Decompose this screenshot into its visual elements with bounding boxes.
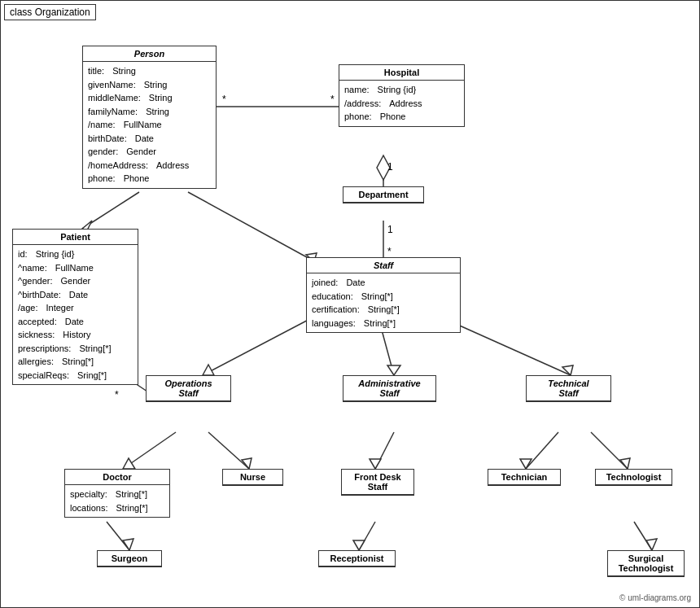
front-desk-staff-class: Front DeskStaff xyxy=(341,469,414,496)
svg-marker-19 xyxy=(562,365,573,375)
svg-line-32 xyxy=(359,522,375,550)
receptionist-class: Receptionist xyxy=(318,550,396,567)
copyright: © uml-diagrams.org xyxy=(619,593,691,602)
svg-text:1: 1 xyxy=(387,224,393,235)
svg-line-20 xyxy=(123,432,176,469)
svg-marker-25 xyxy=(370,459,381,469)
doctor-header: Doctor xyxy=(65,470,169,485)
svg-line-10 xyxy=(82,192,139,229)
svg-line-28 xyxy=(591,432,628,469)
svg-line-26 xyxy=(526,432,558,469)
nurse-class: Nurse xyxy=(222,469,283,486)
svg-line-12 xyxy=(188,192,314,261)
patient-class: Patient id:String {id} ^name:FullName ^g… xyxy=(12,229,138,385)
technical-staff-header: TechnicalStaff xyxy=(527,376,610,401)
surgical-technologist-header: SurgicalTechnologist xyxy=(608,551,684,576)
administrative-staff-class: AdministrativeStaff xyxy=(343,375,436,402)
svg-line-24 xyxy=(375,432,394,469)
svg-line-34 xyxy=(634,522,652,550)
svg-text:*: * xyxy=(387,246,392,257)
technologist-header: Technologist xyxy=(596,470,672,485)
patient-body: id:String {id} ^name:FullName ^gender:Ge… xyxy=(13,245,138,384)
patient-header: Patient xyxy=(13,230,138,245)
operations-staff-header: OperationsStaff xyxy=(147,376,230,401)
surgeon-class: Surgeon xyxy=(97,550,162,567)
person-class: Person title:String givenName:String mid… xyxy=(82,46,217,189)
svg-text:*: * xyxy=(222,94,226,105)
svg-marker-15 xyxy=(203,365,214,375)
svg-marker-31 xyxy=(123,539,133,550)
technical-staff-class: TechnicalStaff xyxy=(526,375,611,402)
svg-text:*: * xyxy=(115,389,119,400)
hospital-body: name:String {id} /address:Address phone:… xyxy=(339,81,464,126)
administrative-staff-header: AdministrativeStaff xyxy=(343,376,435,401)
svg-marker-29 xyxy=(620,458,630,469)
person-body: title:String givenName:String middleName… xyxy=(83,62,216,188)
svg-marker-23 xyxy=(242,458,252,469)
surgical-technologist-class: SurgicalTechnologist xyxy=(607,550,685,577)
department-header: Department xyxy=(343,187,423,203)
svg-marker-35 xyxy=(646,539,657,550)
technician-header: Technician xyxy=(488,470,560,485)
svg-marker-17 xyxy=(387,365,400,375)
receptionist-header: Receptionist xyxy=(319,551,395,566)
svg-marker-21 xyxy=(123,458,135,469)
department-class: Department xyxy=(343,186,424,203)
uml-diagram: class Organization * * 1 * 1 * xyxy=(0,0,700,608)
svg-marker-4 xyxy=(377,155,390,180)
doctor-class: Doctor specialty:String[*] locations:Str… xyxy=(64,469,170,518)
staff-class: Staff joined:Date education:String[*] ce… xyxy=(306,257,461,333)
diagram-title: class Organization xyxy=(4,4,96,20)
staff-header: Staff xyxy=(307,258,460,273)
hospital-class: Hospital name:String {id} /address:Addre… xyxy=(339,64,465,127)
nurse-header: Nurse xyxy=(223,470,282,485)
front-desk-staff-header: Front DeskStaff xyxy=(342,470,413,495)
staff-body: joined:Date education:String[*] certific… xyxy=(307,273,460,332)
operations-staff-class: OperationsStaff xyxy=(146,375,231,402)
doctor-body: specialty:String[*] locations:String[*] xyxy=(65,485,169,517)
person-header: Person xyxy=(83,46,216,62)
svg-text:1: 1 xyxy=(387,161,393,173)
svg-line-22 xyxy=(208,432,249,469)
hospital-header: Hospital xyxy=(339,65,464,81)
svg-marker-27 xyxy=(520,459,532,469)
svg-text:*: * xyxy=(330,94,335,105)
technician-class: Technician xyxy=(488,469,561,486)
svg-line-30 xyxy=(107,522,129,550)
technologist-class: Technologist xyxy=(595,469,672,486)
surgeon-header: Surgeon xyxy=(98,551,161,566)
svg-marker-33 xyxy=(353,540,365,550)
